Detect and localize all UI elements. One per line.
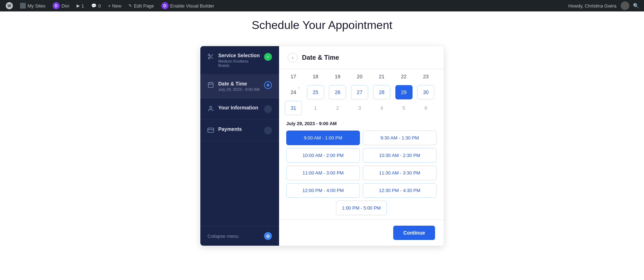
selected-datetime: July 29, 2023 - 9:00 AM bbox=[285, 121, 438, 126]
collapse-menu-label: Collapse menu bbox=[208, 234, 239, 239]
cal-day-5[interactable]: 5 bbox=[395, 101, 413, 115]
payments-content: Payments bbox=[218, 126, 260, 132]
payments-label: Payments bbox=[218, 126, 260, 132]
svg-line-4 bbox=[210, 55, 211, 57]
divi-logo: D bbox=[53, 2, 60, 9]
service-selection-content: Service Selection Medium Knotless Braids bbox=[218, 53, 260, 68]
sidebar-item-payments[interactable]: Payments bbox=[200, 120, 279, 141]
timeslot-4[interactable]: 11:00 AM - 3:00 PM bbox=[286, 166, 360, 180]
svg-rect-5 bbox=[208, 83, 213, 88]
divi-label: Divi bbox=[62, 3, 69, 9]
credit-card-icon bbox=[208, 127, 214, 133]
cal-day-3[interactable]: 3 bbox=[351, 101, 368, 115]
admin-bar: W My Sites D Divi ▶ 1 💬 0 + New ✎ Edit P… bbox=[0, 0, 644, 11]
timeslot-1[interactable]: 9:30 AM - 1:30 PM bbox=[363, 131, 436, 145]
cal-day-2[interactable]: 2 bbox=[329, 101, 346, 115]
admin-bar-left: W My Sites D Divi ▶ 1 💬 0 + New ✎ Edit P… bbox=[3, 0, 217, 11]
calendar-grid: 17 18 19 20 21 22 23 24 25 26 27 28 29 bbox=[285, 69, 438, 115]
revisions-link[interactable]: ▶ 1 bbox=[74, 0, 87, 11]
info-content: Your Information bbox=[218, 105, 260, 110]
cal-day-19[interactable]: 19 bbox=[329, 69, 346, 84]
calendar-icon bbox=[208, 82, 214, 88]
cal-day-31[interactable]: 31 bbox=[285, 101, 302, 115]
new-link[interactable]: + New bbox=[105, 0, 124, 11]
sidebar-item-datetime[interactable]: Date & Time July 29, 2023 - 9:00 AM bbox=[200, 74, 279, 98]
continue-button[interactable]: Continue bbox=[393, 226, 435, 240]
timeslot-5[interactable]: 11:30 AM - 3:30 PM bbox=[363, 166, 436, 180]
sidebar-item-service[interactable]: Service Selection Medium Knotless Braids… bbox=[200, 46, 279, 74]
edit-page-link[interactable]: ✎ Edit Page bbox=[126, 0, 157, 11]
svg-point-1 bbox=[208, 57, 210, 59]
person-icon bbox=[208, 105, 214, 112]
datetime-content: Date & Time July 29, 2023 - 9:00 AM bbox=[218, 81, 260, 92]
cal-day-4[interactable]: 4 bbox=[373, 101, 390, 115]
cal-day-23[interactable]: 23 bbox=[417, 69, 434, 84]
timeslot-3[interactable]: 10:30 AM - 2:30 PM bbox=[363, 148, 436, 163]
info-label: Your Information bbox=[218, 105, 260, 110]
main-content: Schedule Your Appointment Service Select… bbox=[0, 11, 644, 280]
service-selection-sublabel: Medium Knotless Braids bbox=[218, 59, 260, 68]
cal-day-1[interactable]: 1 bbox=[307, 101, 324, 115]
cal-day-27[interactable]: 27 bbox=[351, 85, 368, 99]
visual-builder-label: Enable Visual Builder bbox=[170, 3, 214, 9]
panel-header: ‹ Date & Time bbox=[279, 46, 444, 69]
avatar bbox=[621, 1, 629, 10]
timeslot-7[interactable]: 12:30 PM - 4:30 PM bbox=[363, 183, 436, 198]
collapse-icon: ⊕ bbox=[264, 232, 272, 240]
cal-day-29[interactable]: 29 bbox=[395, 85, 413, 99]
svg-rect-10 bbox=[208, 128, 214, 132]
datetime-status-active bbox=[264, 81, 272, 89]
scrollable-content: 17 18 19 20 21 22 23 24 25 26 27 28 29 bbox=[279, 69, 444, 220]
howdy-label: Howdy, Christina Gwira bbox=[565, 0, 619, 11]
time-slots-grid: 9:00 AM - 1:00 PM 9:30 AM - 1:30 PM 10:0… bbox=[285, 131, 438, 215]
comments-count: 0 bbox=[98, 3, 101, 9]
appointment-container: Service Selection Medium Knotless Braids… bbox=[200, 46, 444, 246]
back-button[interactable]: ‹ bbox=[288, 53, 298, 63]
edit-page-label: Edit Page bbox=[134, 3, 154, 9]
cal-day-25[interactable]: 25 bbox=[307, 85, 324, 99]
timeslot-0[interactable]: 9:00 AM - 1:00 PM bbox=[286, 131, 360, 145]
service-status-complete: ✓ bbox=[264, 53, 272, 61]
cal-day-21[interactable]: 21 bbox=[373, 69, 390, 84]
timeslot-8[interactable]: 1:00 PM - 5:00 PM bbox=[336, 201, 387, 215]
cal-day-24[interactable]: 24 bbox=[285, 85, 302, 99]
cal-day-30[interactable]: 30 bbox=[417, 85, 434, 99]
sidebar: Service Selection Medium Knotless Braids… bbox=[200, 46, 279, 246]
svg-point-0 bbox=[208, 54, 210, 56]
comments-link[interactable]: 💬 0 bbox=[88, 0, 104, 11]
page-title: Schedule Your Appointment bbox=[14, 19, 630, 32]
cal-day-17[interactable]: 17 bbox=[285, 69, 302, 84]
info-status-inactive bbox=[264, 105, 272, 113]
payments-status-inactive bbox=[264, 127, 272, 134]
cal-day-22[interactable]: 22 bbox=[395, 69, 413, 84]
sites-icon bbox=[20, 3, 26, 9]
timeslot-6[interactable]: 12:00 PM - 4:00 PM bbox=[286, 183, 360, 198]
new-label: + New bbox=[108, 3, 121, 9]
revisions-count: 1 bbox=[82, 3, 84, 9]
panel-title: Date & Time bbox=[302, 54, 339, 62]
timeslot-2[interactable]: 10:00 AM - 2:00 PM bbox=[286, 148, 360, 163]
svg-line-3 bbox=[211, 57, 213, 59]
cal-day-18[interactable]: 18 bbox=[307, 69, 324, 84]
cal-day-20[interactable]: 20 bbox=[351, 69, 368, 84]
divi-icon: D bbox=[161, 2, 169, 9]
main-panel: ‹ Date & Time 17 18 19 20 21 22 23 bbox=[279, 46, 444, 246]
my-sites-link[interactable]: My Sites bbox=[17, 0, 48, 11]
calendar-area: 17 18 19 20 21 22 23 24 25 26 27 28 29 bbox=[279, 69, 444, 220]
cal-day-28[interactable]: 28 bbox=[373, 85, 390, 99]
cal-day-26[interactable]: 26 bbox=[329, 85, 346, 99]
collapse-menu[interactable]: Collapse menu ⊕ bbox=[200, 226, 279, 246]
cal-day-6[interactable]: 6 bbox=[417, 101, 434, 115]
scissors-icon bbox=[208, 53, 214, 60]
visual-builder-link[interactable]: D Enable Visual Builder bbox=[158, 0, 217, 11]
admin-bar-right: Howdy, Christina Gwira 🔍 bbox=[565, 0, 641, 11]
search-icon[interactable]: 🔍 bbox=[631, 3, 641, 9]
datetime-sublabel: July 29, 2023 - 9:00 AM bbox=[218, 87, 260, 92]
service-selection-label: Service Selection bbox=[218, 53, 260, 58]
svg-point-9 bbox=[210, 106, 212, 108]
divi-link[interactable]: D Divi bbox=[50, 0, 72, 11]
sidebar-item-info[interactable]: Your Information bbox=[200, 98, 279, 120]
panel-footer: Continue bbox=[279, 220, 444, 246]
datetime-label: Date & Time bbox=[218, 81, 260, 87]
wp-logo-link[interactable]: W bbox=[3, 0, 16, 11]
